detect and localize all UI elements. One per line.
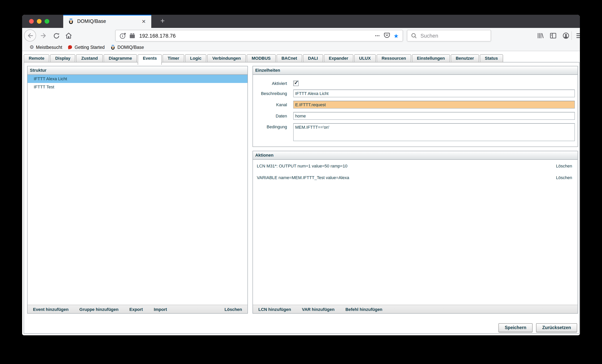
action-row-variable[interactable]: VARIABLE name=MEM.IFTTT_Test value=Alexa…: [253, 174, 578, 181]
aktionen-toolbar: LCN hinzufügen VAR hinzufügen Befehl hin…: [253, 305, 578, 313]
home-button[interactable]: [64, 31, 73, 40]
tab-timer[interactable]: Timer: [163, 54, 184, 62]
bookmark-label: Getting Started: [75, 45, 105, 49]
list-item-ifttt-test[interactable]: IFTTT Test: [28, 83, 247, 91]
bookmark-domiq-base[interactable]: DOMIQ/Base: [108, 44, 147, 50]
navigation-toolbar: ••• ★: [22, 28, 580, 43]
bookmark-meistbesucht[interactable]: ⚙ Meistbesucht: [27, 45, 65, 50]
forward-arrow-icon: [40, 32, 47, 40]
menu-button[interactable]: [574, 31, 580, 40]
tab-einstellungen[interactable]: Einstellungen: [412, 54, 450, 62]
tab-zustand[interactable]: Zustand: [76, 54, 103, 62]
getting-started-icon: [68, 45, 73, 50]
add-group-button[interactable]: Gruppe hinzufügen: [74, 307, 124, 312]
tab-display[interactable]: Display: [50, 54, 75, 62]
struktur-panel-header: Struktur: [28, 66, 247, 75]
tab-modbus[interactable]: MODBUS: [247, 54, 276, 62]
bookmark-getting-started[interactable]: Getting Started: [65, 45, 108, 50]
aktiviert-checkbox[interactable]: [293, 81, 299, 86]
sidebar-button[interactable]: [548, 31, 558, 40]
save-button[interactable]: Speichern: [499, 323, 533, 332]
account-button[interactable]: [561, 31, 570, 40]
minimize-window-button[interactable]: [37, 19, 42, 24]
browser-tab[interactable]: DOMIQ/Base ✕: [63, 15, 151, 28]
beschreibung-field[interactable]: [293, 90, 575, 97]
action-text: LCN M31*: OUTPUT num=1 value=50 ramp=10: [253, 164, 347, 168]
page-actions-icon[interactable]: •••: [375, 34, 380, 38]
site-info-icon[interactable]: [119, 32, 127, 39]
daten-label: Daten: [253, 114, 287, 118]
bedingung-row: Bedingung MEM.IFTTT=='on': [253, 123, 575, 141]
bookmark-label: DOMIQ/Base: [118, 45, 144, 49]
reset-button[interactable]: Zurücksetzen: [536, 323, 577, 332]
daten-field[interactable]: [293, 112, 575, 120]
search-input[interactable]: [420, 32, 491, 39]
footer-buttons: Speichern Zurücksetzen: [499, 323, 577, 332]
new-tab-button[interactable]: +: [156, 15, 169, 28]
browser-window: DOMIQ/Base ✕ +: [22, 15, 580, 335]
aktionen-panel-header: Aktionen: [253, 151, 578, 160]
bedingung-label: Bedingung: [253, 125, 287, 129]
tab-benutzer[interactable]: Benutzer: [451, 54, 479, 62]
add-event-button[interactable]: Event hinzufügen: [28, 307, 74, 312]
add-command-button[interactable]: Befehl hinzufügen: [340, 307, 388, 312]
tab-logic[interactable]: Logic: [185, 54, 206, 62]
delete-action-link[interactable]: Löschen: [556, 164, 578, 168]
page-content: Remote Display Zustand Diagramme Events …: [22, 51, 580, 335]
kanal-label: Kanal: [253, 102, 287, 107]
gear-icon: ⚙: [30, 45, 34, 50]
close-tab-icon[interactable]: ✕: [140, 18, 147, 25]
pocket-icon[interactable]: [383, 31, 390, 40]
beschreibung-label: Beschreibung: [253, 91, 287, 96]
tab-diagramme[interactable]: Diagramme: [104, 54, 137, 62]
hamburger-icon: [576, 33, 580, 38]
import-button[interactable]: Import: [148, 307, 172, 312]
aktiviert-row: Aktiviert: [253, 81, 575, 86]
bedingung-field[interactable]: MEM.IFTTT=='on': [293, 123, 575, 141]
reload-button[interactable]: [52, 31, 61, 40]
permissions-icon[interactable]: [129, 32, 136, 39]
tab-status[interactable]: Status: [480, 54, 503, 62]
tab-events[interactable]: Events: [138, 54, 162, 65]
add-lcn-button[interactable]: LCN hinzufügen: [253, 307, 297, 312]
tab-ressourcen[interactable]: Ressourcen: [376, 54, 411, 62]
active-tab-accent: [63, 15, 151, 16]
search-bar[interactable]: [407, 30, 491, 42]
screen: DOMIQ/Base ✕ +: [0, 0, 602, 364]
tab-remote[interactable]: Remote: [24, 54, 49, 62]
list-item-ifttt-alexa-licht[interactable]: IFTTT Alexa Licht: [28, 75, 247, 83]
struktur-panel: Struktur IFTTT Alexa Licht IFTTT Test Ev…: [27, 66, 248, 314]
back-arrow-icon: [26, 31, 34, 39]
einzelheiten-form: Aktiviert Beschreibung Kanal Daten: [253, 75, 578, 141]
einzelheiten-panel: Einzelheiten Aktiviert Beschreibung Kana…: [253, 66, 578, 147]
domiq-favicon-icon: [68, 18, 74, 24]
home-icon: [65, 32, 73, 40]
action-row-lcn[interactable]: LCN M31*: OUTPUT num=1 value=50 ramp=10 …: [253, 162, 578, 170]
events-panel-container: Struktur IFTTT Alexa Licht IFTTT Test Ev…: [24, 62, 580, 334]
delete-button[interactable]: Löschen: [225, 307, 247, 312]
tab-ulux[interactable]: ULUX: [354, 54, 376, 62]
tab-bacnet[interactable]: BACnet: [276, 54, 302, 62]
close-window-button[interactable]: [29, 19, 34, 24]
delete-action-link[interactable]: Löschen: [556, 175, 578, 180]
tab-expander[interactable]: Expander: [324, 54, 353, 62]
kanal-row: Kanal: [253, 101, 575, 109]
tab-dali[interactable]: DALI: [303, 54, 323, 62]
domiq-favicon-icon: [110, 44, 116, 50]
zoom-window-button[interactable]: [45, 19, 49, 24]
bookmark-star-icon[interactable]: ★: [394, 33, 399, 39]
app-tab-strip: Remote Display Zustand Diagramme Events …: [24, 54, 503, 65]
beschreibung-row: Beschreibung: [253, 90, 575, 97]
forward-button[interactable]: [39, 31, 48, 40]
search-icon: [411, 32, 417, 39]
kanal-field[interactable]: [293, 101, 575, 109]
export-button[interactable]: Export: [124, 307, 148, 312]
add-var-button[interactable]: VAR hinzufügen: [297, 307, 340, 312]
back-button[interactable]: [24, 30, 36, 42]
url-bar[interactable]: ••• ★: [115, 30, 403, 42]
daten-row: Daten: [253, 112, 575, 120]
library-icon: [537, 32, 544, 40]
url-input[interactable]: [139, 33, 375, 39]
library-button[interactable]: [536, 31, 545, 40]
tab-verbindungen[interactable]: Verbindungen: [207, 54, 246, 62]
